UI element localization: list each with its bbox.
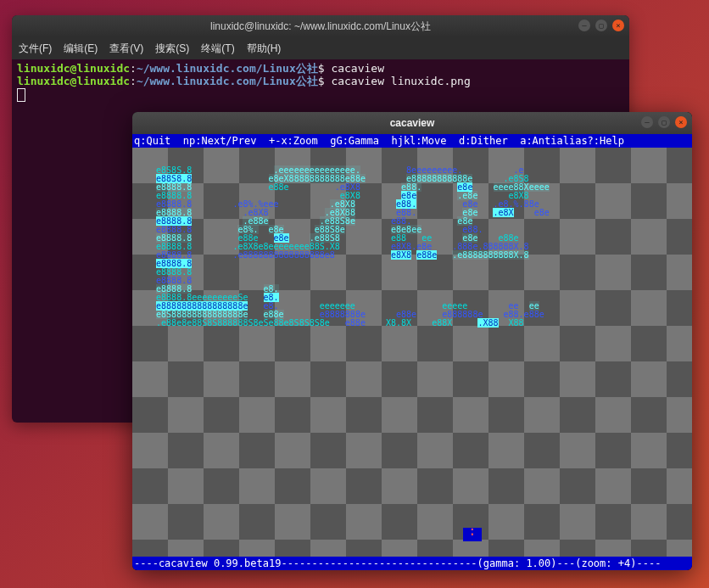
minimize-button[interactable]: – (578, 20, 590, 31)
cacaview-canvas[interactable]: e8S8S.8 .eeeeeeeeeeeeeee. 8eeeeeeeee. .e… (132, 148, 692, 557)
ascii-art: e8S8S.8 .eeeeeeeeeeeeeee. 8eeeeeeeee. .e… (141, 158, 684, 336)
menu-view[interactable]: 查看(V) (109, 42, 143, 56)
menu-terminal[interactable]: 终端(T) (201, 42, 234, 56)
close-button[interactable]: × (612, 20, 624, 31)
menu-edit[interactable]: 编辑(E) (64, 42, 98, 56)
cacaview-title: cacaview (390, 117, 435, 129)
prompt-path-2: ~/www.linuxidc.com/Linux公社 (137, 75, 318, 87)
status-version: 0.99.beta19 (214, 557, 281, 569)
prompt-user-2: linuxidc@linuxidc (17, 75, 130, 87)
terminal-cursor (17, 88, 25, 102)
menu-file[interactable]: 文件(F) (19, 42, 52, 56)
maximize-button[interactable]: ▢ (658, 116, 670, 128)
terminal-output[interactable]: linuxidc@linuxidc:~/www.linuxidc.com/Lin… (12, 59, 629, 106)
prompt-dollar: $ (318, 62, 325, 75)
status-zoom: +4 (618, 557, 630, 569)
cacaview-titlebar[interactable]: cacaview – ▢ × (132, 112, 692, 134)
prompt-dollar-2: $ (318, 75, 325, 87)
menu-help[interactable]: 帮助(H) (247, 42, 282, 56)
terminal-menubar: 文件(F) 编辑(E) 查看(V) 搜索(S) 终端(T) 帮助(H) (12, 37, 629, 59)
prompt-path: ~/www.linuxidc.com/Linux公社 (137, 62, 318, 75)
minimize-button[interactable]: – (641, 116, 653, 128)
status-gamma: 1.00 (526, 557, 550, 569)
terminal-titlebar[interactable]: linuxidc@linuxidc: ~/www.linuxidc.com/Li… (12, 15, 629, 37)
status-suffix: )---- (630, 557, 661, 569)
status-mid2: )---(zoom: (550, 557, 617, 569)
cacaview-window: cacaview – ▢ × q:Quit np:Next/Prev +-x:Z… (132, 112, 692, 570)
terminal-title: linuxidc@linuxidc: ~/www.linuxidc.com/Li… (210, 20, 431, 34)
command-1: cacaview (331, 62, 384, 75)
prompt-sep-2: : (130, 75, 137, 87)
maximize-button[interactable]: ▢ (595, 20, 607, 31)
status-prefix: ----cacaview (134, 557, 214, 569)
menu-search[interactable]: 搜索(S) (155, 42, 189, 56)
close-button[interactable]: × (675, 116, 687, 128)
prompt-user: linuxidc@linuxidc (17, 62, 130, 75)
cacaview-status-bar: ----cacaview 0.99.beta19----------------… (132, 557, 692, 570)
prompt-sep: : (130, 62, 137, 75)
cacaview-help-bar: q:Quit np:Next/Prev +-x:Zoom gG:Gamma hj… (132, 134, 692, 148)
command-2: cacaview linuxidc.png (331, 75, 470, 87)
selection-indicator: : (463, 528, 482, 541)
status-mid: --------------------------------(gamma: (281, 557, 526, 569)
